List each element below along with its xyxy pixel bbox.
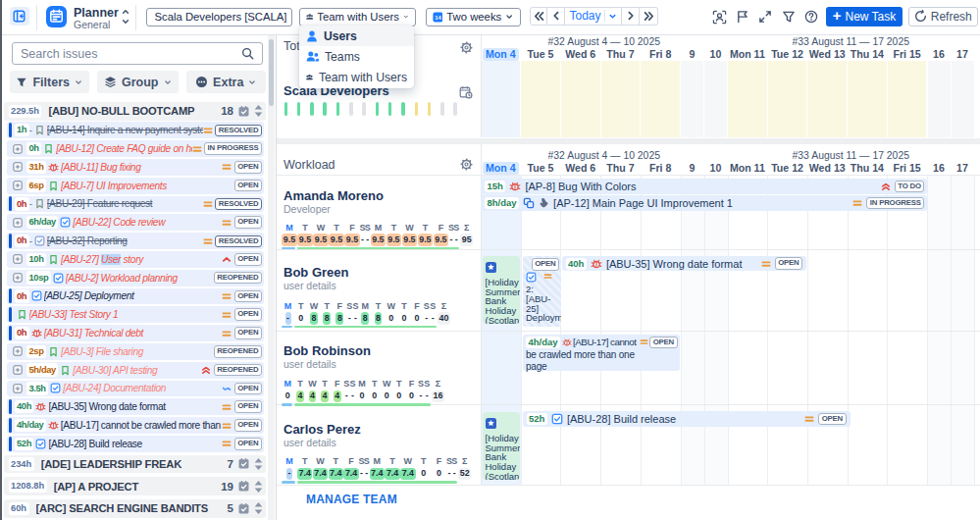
svg-text:14: 14 [435,15,441,21]
